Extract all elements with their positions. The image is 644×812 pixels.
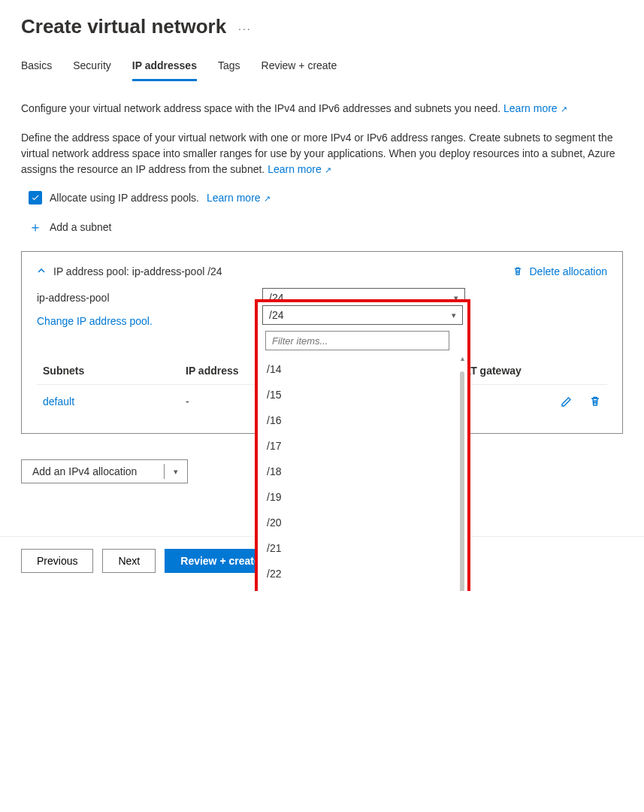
external-link-icon: ↗ [264,194,271,203]
chevron-down-icon[interactable]: ▾ [165,467,187,477]
collapse-chevron-icon[interactable] [37,265,46,277]
delete-allocation-label: Delete allocation [529,265,607,277]
dropdown-option[interactable]: /15 [258,382,467,408]
trash-icon[interactable] [589,395,601,408]
dropdown-option[interactable]: /18 [258,459,467,484]
dropdown-option-list: /14/15/16/17/18/19/20/21/22/23/24/25/26 … [258,356,467,591]
allocate-pools-label: Allocate using IP address pools. [50,192,199,204]
tab-ip-addresses[interactable]: IP addresses [132,55,197,81]
trash-icon [512,266,523,277]
check-icon [31,193,40,202]
cidr-combobox-open[interactable]: /24 ▾ [262,305,463,325]
external-link-icon: ↗ [325,165,331,174]
scroll-up-arrow-icon[interactable]: ▲ [459,356,465,362]
page-title: Create virtual network [21,15,226,38]
dropdown-option[interactable]: /17 [258,433,467,459]
chevron-down-icon: ▾ [452,311,456,320]
pool-name-text: ip-address-pool [37,292,240,304]
col-header-subnets: Subnets [43,365,186,377]
add-subnet-label: Add a subnet [50,221,112,233]
intro-text-1: Configure your virtual network address s… [21,101,623,117]
dropdown-option[interactable]: /14 [258,356,467,382]
add-alloc-label: Add an IPv4 allocation [22,465,164,477]
cidr-selected-value: /24 [269,309,283,321]
allocate-pools-checkbox[interactable] [29,191,42,205]
external-link-icon: ↗ [561,105,567,114]
dropdown-option[interactable]: /20 [258,510,467,535]
tab-bar: BasicsSecurityIP addressesTagsReview + c… [21,55,623,81]
learn-more-link-3[interactable]: Learn more↗ [207,192,271,204]
dropdown-option[interactable]: /22 [258,561,467,586]
add-ipv4-allocation-button[interactable]: Add an IPv4 allocation ▾ [21,459,188,483]
scrollbar-thumb[interactable] [460,371,464,591]
change-pool-link[interactable]: Change IP address pool. [37,315,153,327]
tab-tags[interactable]: Tags [218,55,240,81]
next-button[interactable]: Next [102,549,156,573]
intro-text-2: Define the address space of your virtual… [21,130,623,177]
plus-icon: ＋ [29,218,42,236]
allocation-title: IP address pool: ip-address-pool /24 [53,265,222,277]
intro-line1: Configure your virtual network address s… [21,102,503,114]
tab-review-create[interactable]: Review + create [262,55,337,81]
edit-icon[interactable] [561,395,573,408]
delete-allocation-button[interactable]: Delete allocation [512,265,607,277]
tab-basics[interactable]: Basics [21,55,52,81]
dropdown-option[interactable]: /21 [258,535,467,561]
subnet-name-link[interactable]: default [43,395,74,408]
dropdown-option[interactable]: /19 [258,484,467,510]
learn-more-link-2[interactable]: Learn more↗ [268,163,331,175]
previous-button[interactable]: Previous [21,549,93,573]
dropdown-scrollbar[interactable]: ▲ ▼ [459,356,465,591]
more-actions-icon[interactable]: ··· [238,23,252,48]
dropdown-option[interactable]: /23 [258,586,467,591]
learn-more-link-1[interactable]: Learn more↗ [503,102,567,114]
dropdown-filter-input[interactable] [265,331,449,350]
dropdown-option[interactable]: /16 [258,408,467,433]
cidr-dropdown-popup: /24 ▾ /14/15/16/17/18/19/20/21/22/23/24/… [255,299,470,591]
tab-security[interactable]: Security [73,55,111,81]
add-subnet-button[interactable]: ＋ Add a subnet [29,218,623,236]
